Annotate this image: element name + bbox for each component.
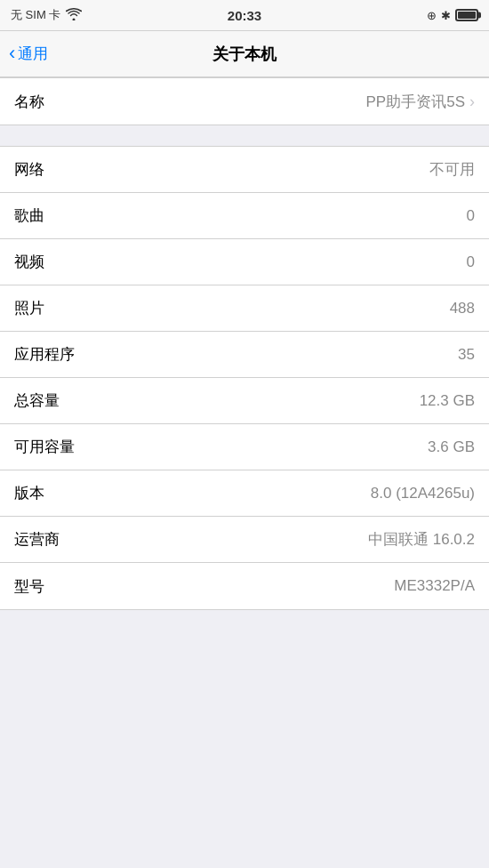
- row-carrier-label: 运营商: [14, 529, 60, 550]
- row-network: 网络 不可用: [0, 147, 489, 193]
- row-carrier: 运营商 中国联通 16.0.2: [0, 517, 489, 563]
- row-name-label: 名称: [14, 92, 44, 112]
- row-songs-label: 歌曲: [14, 205, 44, 226]
- row-songs: 歌曲 0: [0, 193, 489, 239]
- row-name-value: PP助手资讯5S ›: [366, 92, 475, 112]
- row-network-label: 网络: [14, 159, 44, 180]
- row-version-value: 8.0 (12A4265u): [371, 485, 475, 502]
- row-available-capacity-label: 可用容量: [14, 437, 75, 457]
- row-videos: 视频 0: [0, 239, 489, 285]
- row-apps-value: 35: [458, 346, 475, 364]
- row-network-value: 不可用: [429, 159, 475, 180]
- row-version-label: 版本: [14, 483, 44, 503]
- row-model: 型号 ME3332P/A: [0, 563, 489, 609]
- row-model-value: ME3332P/A: [394, 577, 475, 595]
- status-bar-left: 无 SIM 卡: [11, 7, 82, 23]
- row-total-capacity-value: 12.3 GB: [420, 392, 475, 410]
- nav-bar: ‹ 通用 关于本机: [0, 31, 489, 77]
- row-version: 版本 8.0 (12A4265u): [0, 470, 489, 517]
- status-bar-right: ⊕ ✱: [427, 9, 478, 22]
- battery-icon: [455, 9, 478, 21]
- status-bar: 无 SIM 卡 20:33 ⊕ ✱: [0, 0, 489, 31]
- row-videos-label: 视频: [14, 252, 44, 272]
- section-details: 网络 不可用 歌曲 0 视频 0 照片 488 应用程序 35 总容量 12.3…: [0, 146, 489, 610]
- lock-icon: ⊕: [427, 9, 437, 22]
- sim-label: 无 SIM 卡: [11, 7, 60, 23]
- row-total-capacity: 总容量 12.3 GB: [0, 378, 489, 424]
- back-chevron-icon: ‹: [9, 44, 15, 63]
- wifi-icon: [66, 8, 82, 23]
- row-apps: 应用程序 35: [0, 332, 489, 378]
- section-name: 名称 PP助手资讯5S ›: [0, 77, 489, 125]
- row-name[interactable]: 名称 PP助手资讯5S ›: [0, 78, 489, 125]
- row-model-label: 型号: [14, 576, 44, 597]
- row-available-capacity: 可用容量 3.6 GB: [0, 424, 489, 470]
- settings-content: 名称 PP助手资讯5S › 网络 不可用 歌曲 0 视频 0 照片 488 应用…: [0, 77, 489, 610]
- chevron-icon: ›: [469, 92, 475, 111]
- page-title: 关于本机: [212, 44, 277, 65]
- row-photos: 照片 488: [0, 285, 489, 332]
- bluetooth-icon: ✱: [441, 9, 451, 22]
- row-apps-label: 应用程序: [14, 344, 75, 365]
- row-carrier-value: 中国联通 16.0.2: [368, 529, 475, 550]
- nav-back-button[interactable]: ‹ 通用: [9, 44, 48, 64]
- row-videos-value: 0: [467, 253, 475, 271]
- back-label: 通用: [18, 44, 48, 64]
- status-bar-time: 20:33: [228, 8, 261, 23]
- row-songs-value: 0: [467, 207, 475, 225]
- row-photos-value: 488: [450, 300, 475, 317]
- row-available-capacity-value: 3.6 GB: [428, 438, 475, 456]
- section-gap-1: [0, 126, 489, 146]
- row-photos-label: 照片: [14, 298, 44, 318]
- row-total-capacity-label: 总容量: [14, 390, 60, 411]
